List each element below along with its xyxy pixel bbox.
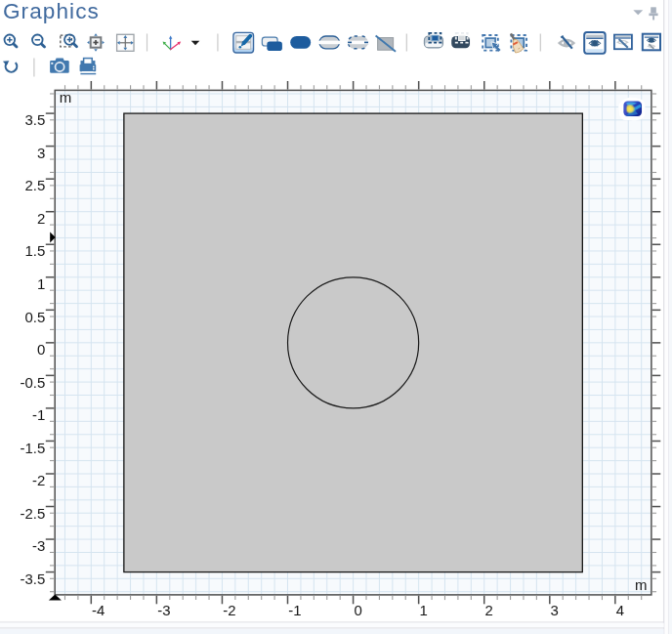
svg-text:m: m xyxy=(635,576,648,593)
svg-text:0.5: 0.5 xyxy=(25,308,46,324)
svg-text:-1.5: -1.5 xyxy=(21,440,46,456)
svg-text:-3: -3 xyxy=(157,602,170,618)
svg-text:0: 0 xyxy=(37,341,45,358)
svg-text:2: 2 xyxy=(37,210,45,227)
svg-text:3: 3 xyxy=(551,602,559,618)
svg-text:0: 0 xyxy=(354,602,361,618)
svg-text:4: 4 xyxy=(616,602,624,618)
svg-text:1: 1 xyxy=(419,602,427,618)
svg-text:Graphics: Graphics xyxy=(3,0,100,23)
svg-text:-2: -2 xyxy=(32,472,45,488)
svg-text:-4: -4 xyxy=(92,602,105,618)
svg-text:-1: -1 xyxy=(288,602,301,618)
svg-text:3.5: 3.5 xyxy=(25,111,46,128)
svg-text:1.5: 1.5 xyxy=(25,242,46,259)
svg-text:2.5: 2.5 xyxy=(25,177,46,193)
svg-text:-2.5: -2.5 xyxy=(21,505,46,522)
svg-text:3: 3 xyxy=(37,145,45,161)
svg-text:-3.5: -3.5 xyxy=(21,571,46,587)
svg-text:-2: -2 xyxy=(223,602,235,618)
svg-text:2: 2 xyxy=(484,602,492,618)
svg-text:-0.5: -0.5 xyxy=(21,374,46,391)
svg-text:m: m xyxy=(60,89,72,106)
svg-text:-1: -1 xyxy=(32,406,45,423)
svg-text:-3: -3 xyxy=(32,537,45,554)
svg-text:1: 1 xyxy=(37,275,45,292)
